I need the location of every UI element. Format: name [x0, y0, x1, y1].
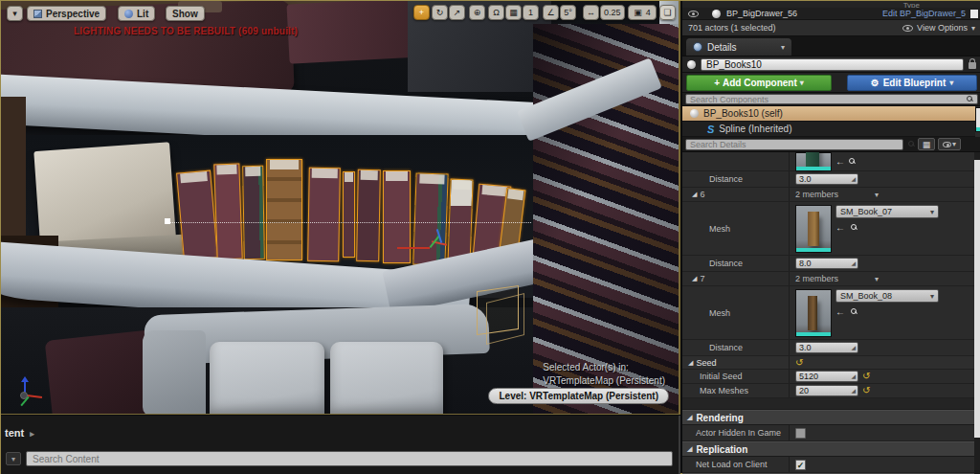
scale-snap-toggle[interactable]: ↔ [583, 5, 599, 20]
lock-icon[interactable] [969, 62, 976, 69]
mesh-thumbnail[interactable] [795, 152, 832, 171]
gizmo-x-axis[interactable] [397, 247, 430, 249]
surface-snap-button[interactable]: Ω [488, 5, 504, 20]
scale-snap-value[interactable]: 0.25 [600, 5, 625, 20]
property-matrix-button[interactable]: ▦ [918, 138, 935, 150]
rotation-snap-toggle[interactable]: ∠ [543, 5, 559, 20]
maximize-viewport-button[interactable]: ❏ [659, 5, 676, 20]
property-row-distance[interactable]: Distance 3.0 [682, 340, 980, 356]
property-row-max-meshes[interactable]: Max Meshes 20↺ [682, 384, 980, 398]
rotation-snap-value[interactable]: 5° [560, 5, 576, 20]
selected-book[interactable] [242, 166, 265, 260]
scale-tool-button[interactable]: ↗ [449, 5, 465, 20]
edit-blueprint-link[interactable]: Edit BP_BigDrawer_5 [882, 9, 966, 18]
grid-snap-value[interactable]: 1 [523, 5, 539, 20]
rotate-tool-button[interactable]: ↻ [432, 5, 448, 20]
maximize-icon: ❏ [663, 8, 671, 17]
mesh-thumbnail[interactable] [795, 205, 832, 253]
scale-icon: ↗ [454, 8, 461, 17]
lit-mode-button[interactable]: Lit [118, 6, 155, 21]
actor-sphere-icon [687, 60, 696, 69]
property-row-mesh-07[interactable]: Mesh SM_Book_07▾ ← [682, 202, 980, 256]
mesh-thumbnail[interactable] [795, 289, 832, 337]
move-icon: + [419, 8, 424, 17]
distance-spinbox[interactable]: 8.0 [795, 258, 858, 269]
mesh-asset-dropdown[interactable]: SM_Book_07▾ [835, 205, 939, 218]
property-row-mesh-partial[interactable]: ← [682, 152, 980, 171]
property-group-6[interactable]: ◢6 2 members▾ [682, 188, 980, 202]
expander-icon[interactable]: ◢ [688, 359, 693, 367]
selected-book[interactable] [412, 172, 448, 265]
perspective-button[interactable]: Perspective [27, 6, 106, 21]
level-viewport[interactable]: LIGHTING NEEDS TO BE REBUILT (609 unbuil… [1, 1, 680, 415]
selected-book[interactable] [356, 169, 381, 261]
distance-spinbox[interactable]: 3.0 [795, 173, 858, 185]
search-components-input[interactable] [685, 94, 978, 104]
actor-hidden-checkbox[interactable] [795, 428, 806, 439]
use-selected-icon[interactable]: ← [835, 222, 845, 233]
property-row-mesh-08[interactable]: Mesh SM_Book_08▾ ← [682, 286, 980, 340]
breadcrumb-arrow-icon: ▸ [30, 429, 34, 439]
property-row-net-load[interactable]: Net Load on Client ✓ [682, 457, 980, 473]
use-selected-icon[interactable]: ← [835, 156, 845, 167]
property-row-distance[interactable]: Distance 3.0 [682, 171, 980, 188]
component-tree-scrollbar[interactable] [975, 106, 980, 137]
grid-snap-toggle[interactable]: ▦ [505, 5, 522, 20]
edit-blueprint-button[interactable]: ⚙ Edit Blueprint ▾ [847, 75, 977, 91]
browse-to-asset-icon[interactable] [851, 224, 858, 231]
spline-point[interactable] [165, 218, 170, 224]
show-menu-button[interactable]: Show [166, 6, 205, 21]
search-content-input[interactable] [26, 451, 673, 466]
expander-icon[interactable]: ◢ [692, 275, 697, 282]
reset-to-default-icon[interactable]: ↺ [862, 372, 870, 381]
initial-seed-spinbox[interactable]: 5120 [795, 371, 858, 382]
property-row-initial-seed[interactable]: Initial Seed 5120↺ [682, 370, 980, 384]
selected-book[interactable] [307, 168, 341, 262]
distance-spinbox[interactable]: 3.0 [795, 342, 858, 353]
component-row-spline[interactable]: S Spline (Inherited) [682, 122, 980, 137]
section-replication[interactable]: ◢ Replication [682, 441, 980, 457]
search-details-input[interactable] [685, 139, 903, 150]
add-component-button[interactable]: + Add Component ▾ [686, 75, 832, 91]
max-meshes-spinbox[interactable]: 20 [795, 385, 858, 396]
browse-to-asset-icon[interactable] [849, 158, 856, 165]
browse-to-asset-icon[interactable] [851, 308, 858, 315]
property-group-7[interactable]: ◢7 2 members▾ [682, 272, 980, 286]
net-load-checkbox[interactable]: ✓ [795, 460, 806, 470]
details-scrollbar[interactable] [974, 152, 980, 474]
camera-speed-button[interactable]: ▣4 [628, 5, 657, 20]
tab-options-caret[interactable]: ▾ [781, 43, 785, 52]
use-selected-icon[interactable]: ← [835, 306, 845, 317]
reset-to-default-icon[interactable]: ↺ [862, 386, 870, 395]
tab-details[interactable]: Details ▾ [686, 38, 791, 56]
view-options-button[interactable]: View Options ▾ [902, 23, 975, 33]
expander-icon[interactable]: ◢ [692, 191, 697, 198]
translate-tool-button[interactable]: + [413, 5, 430, 20]
group-dropdown-icon[interactable]: ▾ [875, 275, 879, 283]
blueprint-sheet-icon[interactable] [970, 10, 978, 18]
display-filter-button[interactable]: ▾ [938, 138, 961, 150]
visibility-eye-icon[interactable] [688, 11, 699, 17]
lit-icon [124, 10, 133, 18]
details-scrollbar-thumb[interactable] [974, 160, 980, 438]
property-row-distance[interactable]: Distance 8.0 [682, 256, 980, 272]
selected-book[interactable] [343, 171, 355, 258]
breadcrumb[interactable]: tent▸ [5, 427, 34, 439]
property-row-actor-hidden[interactable]: Actor Hidden In Game [682, 425, 980, 441]
viewport-options-dropdown[interactable]: ▾ [7, 6, 23, 21]
details-tabbar: Details ▾ [682, 36, 980, 56]
filter-dropdown-button[interactable]: ▾ [6, 452, 21, 465]
mesh-asset-dropdown[interactable]: SM_Book_08▾ [835, 289, 939, 303]
coordinate-system-button[interactable]: ⊕ [469, 5, 485, 20]
component-row-self[interactable]: BP_Books10 (self) [682, 106, 980, 122]
group-dropdown-icon[interactable]: ▾ [875, 191, 879, 199]
selected-book[interactable] [266, 159, 302, 260]
selected-book[interactable] [213, 164, 242, 260]
section-rendering[interactable]: ◢ Rendering [682, 410, 980, 425]
outliner-row[interactable]: BP_BigDrawer_56 Edit BP_BigDrawer_5 [682, 8, 980, 20]
selected-book[interactable] [383, 170, 411, 263]
actor-name-input[interactable] [701, 58, 964, 71]
level-badge[interactable]: Level: VRTemplateMap (Persistent) [488, 388, 669, 404]
property-group-seed[interactable]: ◢Seed ↺ [682, 356, 980, 370]
reset-to-default-icon[interactable]: ↺ [795, 358, 803, 368]
